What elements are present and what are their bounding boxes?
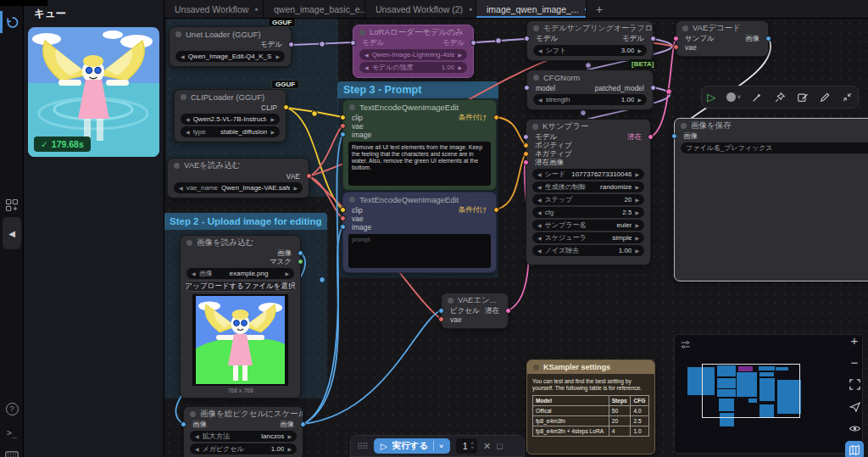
collapse-dot[interactable] — [682, 25, 688, 31]
stop-icon[interactable]: □ — [497, 441, 503, 451]
wand-icon[interactable] — [751, 92, 763, 103]
port-mask-out[interactable] — [298, 259, 303, 265]
zoom-in-icon[interactable]: + — [845, 331, 864, 349]
prev-icon[interactable]: ◀ — [537, 172, 542, 177]
queue-history-icon[interactable] — [0, 10, 24, 34]
unet-name-widget[interactable]: ◀Qwen_Image_Edit-Q4_K_S.gguf▶ — [175, 51, 285, 62]
port-image-in[interactable] — [340, 131, 346, 137]
next-icon[interactable]: ▶ — [458, 53, 462, 58]
collapse-dot[interactable] — [533, 75, 539, 81]
lora-name-widget[interactable]: ◀Qwen-Image-Lightning-4steps-V▶ — [359, 49, 467, 60]
color-picker-icon[interactable]: ˅ — [726, 92, 741, 102]
node-note-ksampler-settings[interactable]: KSampler settings You can test and find … — [526, 359, 655, 454]
sidebar-collapse-button[interactable]: ◀ — [3, 217, 21, 249]
next-icon[interactable]: ▶ — [270, 130, 275, 135]
port-clip-in[interactable] — [340, 207, 346, 213]
edit-selection-icon[interactable] — [797, 92, 809, 103]
toggle-link-visibility-icon[interactable] — [845, 419, 864, 437]
prev-icon[interactable]: ◀ — [195, 434, 199, 439]
minimap-settings-icon[interactable] — [680, 339, 691, 350]
port-conditioning-out[interactable] — [493, 207, 499, 213]
help-icon[interactable]: ? — [0, 397, 24, 421]
clip-type-widget[interactable]: ◀typestable_diffusion▶ — [181, 126, 280, 137]
lora-strength-widget[interactable]: ◀モデルの強度1.00▶ — [359, 62, 467, 73]
port-model-out[interactable] — [650, 36, 656, 42]
prev-icon[interactable]: ◀ — [192, 271, 196, 276]
collapse-dot[interactable] — [174, 163, 180, 169]
input-image-preview[interactable] — [192, 294, 288, 386]
prev-icon[interactable]: ◀ — [186, 117, 190, 122]
filename-prefix-widget[interactable]: ファイル名_プレフィックス — [681, 142, 868, 153]
node-ksampler[interactable]: Kサンプラー モデル潜在 ポジティブ ネガティブ 潜在画像 ◀シード107737… — [526, 119, 651, 265]
port-negative-in[interactable] — [523, 151, 529, 157]
node-unet-loader-gguf[interactable]: Unet Loader (GGUF) モデル ◀Qwen_Image_Edit-… — [169, 26, 292, 67]
cfg-widget[interactable]: ◀cfg2.5▶ — [532, 207, 644, 218]
port-model-in[interactable] — [523, 134, 529, 140]
prev-icon[interactable]: ◀ — [364, 65, 369, 70]
control-after-generate-widget[interactable]: ◀生成後の制御randomize▶ — [532, 181, 644, 192]
megapixels-widget[interactable]: ◀メガピクセル1.00▶ — [190, 443, 297, 454]
port-image-in[interactable] — [671, 133, 677, 139]
port-vae-in[interactable] — [340, 215, 346, 221]
seed-widget[interactable]: ◀シード1077376273310046▶ — [532, 169, 644, 180]
collapse-dot[interactable] — [533, 25, 539, 31]
group-step2-title[interactable]: Step 2 - Upload image for editing — [164, 213, 327, 230]
strength-widget[interactable]: ◀strength1.00▶ — [533, 94, 647, 105]
tab-qwen-image-basic[interactable]: qwen_image_basic_e...● — [264, 0, 365, 18]
next-icon[interactable]: ▶ — [635, 210, 639, 215]
prev-icon[interactable]: ◀ — [537, 185, 542, 190]
prev-icon[interactable]: ◀ — [186, 130, 190, 135]
collapse-dot[interactable] — [533, 365, 539, 371]
group-step3-title[interactable]: Step 3 - Prompt — [337, 81, 498, 98]
new-workflow-tab-button[interactable]: + — [587, 0, 612, 18]
collapse-selection-icon[interactable] — [842, 92, 853, 103]
minimap[interactable] — [674, 334, 863, 454]
prev-icon[interactable]: ◀ — [537, 236, 542, 241]
port-image-out[interactable] — [298, 250, 303, 256]
tab-unsaved-workflow[interactable]: Unsaved Workflow● — [164, 0, 264, 18]
upload-file-button[interactable]: アップロードするファイルを選択 — [186, 281, 294, 292]
port-pixels-in[interactable] — [438, 308, 444, 314]
sampler-name-widget[interactable]: ◀サンプラー名euler▶ — [532, 220, 644, 231]
node-cfgnorm[interactable]: CFGNorm modelpatched_model ◀strength1.00… — [526, 70, 654, 110]
port-vae-out[interactable] — [306, 173, 312, 179]
fit-view-icon[interactable] — [845, 375, 864, 393]
port-vae-in[interactable] — [438, 316, 444, 322]
port-image-in[interactable] — [181, 421, 186, 427]
prev-icon[interactable]: ◀ — [537, 248, 542, 254]
node-scale-image-total-pixels[interactable]: 画像を総ピクセルにスケール 画像画像 ◀拡大方法lanczos▶ ◀メガピクセル… — [183, 406, 303, 457]
prompt-textarea-empty[interactable]: prompt — [348, 234, 491, 268]
next-icon[interactable]: ▶ — [293, 186, 298, 191]
run-button[interactable]: ▷ 実行する ˅ — [374, 438, 450, 454]
collapse-dot[interactable] — [448, 298, 453, 304]
vae-name-widget[interactable]: ◀vae_nameQwen_Image-VAE.safetensors▶ — [174, 182, 303, 193]
prev-icon[interactable]: ◀ — [195, 447, 199, 452]
prev-icon[interactable]: ◀ — [537, 223, 542, 228]
collapse-dot[interactable] — [359, 30, 365, 36]
port-latent-out[interactable] — [648, 134, 654, 140]
collapse-dot[interactable] — [349, 104, 355, 110]
tab-unsaved-workflow-2[interactable]: Unsaved Workflow (2)● — [365, 0, 476, 18]
port-conditioning-out[interactable] — [493, 114, 499, 120]
node-load-vae[interactable]: VAEを読み込む VAE ◀vae_nameQwen_Image-VAE.saf… — [167, 158, 309, 198]
terminal-icon[interactable]: >_ — [0, 421, 24, 444]
node-save-image[interactable]: 画像を保存 画像 ファイル名_プレフィックス — [674, 118, 868, 281]
next-icon[interactable]: ▶ — [285, 271, 289, 276]
collapse-dot[interactable] — [186, 240, 192, 246]
next-icon[interactable]: ▶ — [635, 236, 639, 241]
node-library-icon[interactable] — [0, 193, 24, 217]
prev-icon[interactable]: ◀ — [181, 54, 185, 59]
next-icon[interactable]: ▶ — [270, 117, 275, 122]
upscale-method-widget[interactable]: ◀拡大方法lanczos▶ — [190, 431, 297, 442]
port-patched-model-out[interactable] — [650, 85, 656, 91]
collapse-dot[interactable] — [190, 411, 196, 417]
next-icon[interactable]: ▶ — [458, 65, 462, 70]
node-load-image[interactable]: 画像を読み込む 画像 マスク ◀画像example.png▶ アップロードするフ… — [180, 235, 301, 398]
scheduler-widget[interactable]: ◀スケジューラsimple▶ — [532, 232, 644, 243]
node-vae-encode[interactable]: VAEエン... ピクセル潜在 vae — [441, 293, 509, 329]
port-latent-image-in[interactable] — [523, 159, 529, 165]
prev-icon[interactable]: ◀ — [537, 210, 542, 215]
port-image-in[interactable] — [340, 224, 346, 230]
next-icon[interactable]: ▶ — [635, 223, 639, 228]
prev-icon[interactable]: ◀ — [538, 98, 542, 103]
